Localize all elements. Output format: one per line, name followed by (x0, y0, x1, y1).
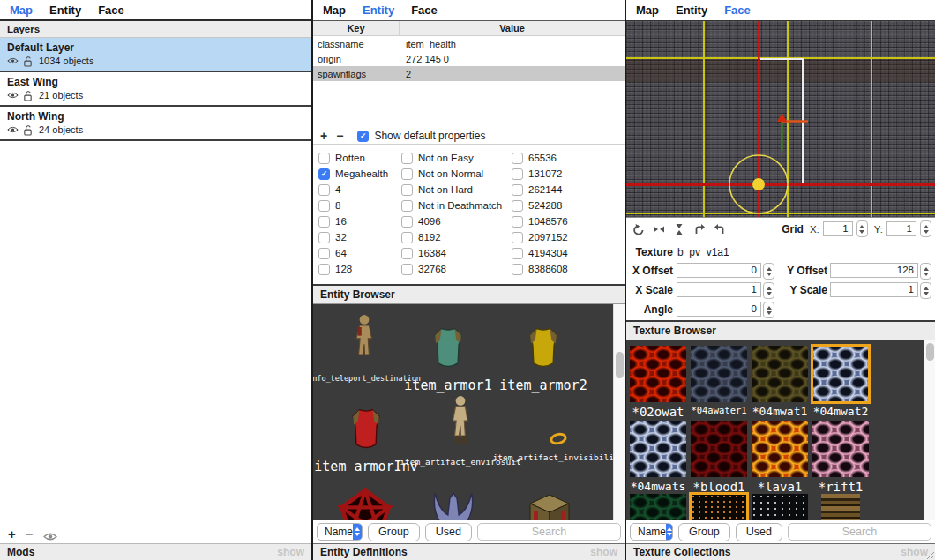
x-offset-field[interactable]: 0 (677, 263, 761, 278)
texture-item[interactable]: *04mwats (630, 421, 686, 493)
texture-item[interactable] (812, 494, 869, 520)
y-offset-stepper[interactable] (920, 263, 931, 280)
unlock-icon[interactable] (23, 125, 34, 135)
flag-checkbox-262144[interactable] (512, 184, 523, 196)
flag-checkbox-rotten[interactable] (318, 153, 330, 164)
flag-checkbox-not-on-hard[interactable] (401, 184, 413, 196)
flag-checkbox-16[interactable] (318, 216, 330, 228)
scrollbar-thumb[interactable] (926, 343, 934, 361)
property-row-classname[interactable]: classname item_health (313, 36, 625, 51)
texture-thumbnail[interactable] (812, 421, 869, 477)
layer-row-north-wing[interactable]: North Wing 24 objects (0, 107, 311, 141)
flag-checkbox-64[interactable] (318, 248, 330, 259)
flag-checkbox-16384[interactable] (401, 248, 413, 259)
flag-checkbox-not-on-normal[interactable] (401, 168, 413, 180)
texture-thumbnail[interactable] (630, 421, 686, 477)
sort-dropdown[interactable]: Name (317, 523, 363, 541)
texture-thumbnail[interactable] (752, 494, 808, 520)
face-uv-viewport[interactable] (626, 21, 935, 217)
texture-thumbnail[interactable] (691, 421, 747, 477)
flag-checkbox-65536[interactable] (512, 153, 523, 164)
grid-x-stepper[interactable] (856, 220, 868, 237)
entity-item-item-armor2[interactable]: item_armor2 (500, 325, 587, 393)
texture-item[interactable] (691, 494, 747, 520)
texture-browser[interactable]: *02owat *04awater1 *04mwat1 *04mwat2 *04… (626, 340, 935, 520)
grid-y-field[interactable]: 1 (886, 221, 916, 236)
tab-face[interactable]: Face (724, 4, 751, 17)
entity-item-ammo-box[interactable] (523, 493, 576, 520)
texture-thumbnail[interactable] (630, 346, 686, 402)
used-button[interactable]: Used (425, 523, 472, 541)
group-button[interactable]: Group (368, 523, 420, 541)
flip-horizontal-icon[interactable] (653, 223, 665, 235)
angle-stepper[interactable] (763, 302, 774, 318)
flag-checkbox-1048576[interactable] (512, 216, 523, 228)
flag-checkbox-2097152[interactable] (512, 232, 523, 243)
unlock-icon[interactable] (23, 56, 34, 66)
rotate-ccw-icon[interactable] (693, 223, 706, 235)
entity-item-item-artifact-invisibility[interactable]: item_artifact_invisibility (509, 431, 608, 462)
texture-item[interactable] (752, 494, 808, 520)
texture-item[interactable]: *02owat (630, 346, 686, 419)
tab-entity[interactable]: Entity (363, 4, 394, 17)
toggle-visibility-button[interactable] (43, 529, 57, 539)
reset-texture-icon[interactable] (632, 223, 645, 235)
tab-face[interactable]: Face (411, 4, 438, 17)
texture-item-selected[interactable]: *04mwat2 (812, 346, 869, 418)
sort-dropdown[interactable]: Name (630, 523, 673, 541)
y-scale-field[interactable]: 1 (830, 282, 918, 297)
flag-checkbox-not-in-deathmatch[interactable] (401, 200, 413, 212)
add-property-button[interactable]: + (320, 129, 327, 143)
unlock-icon[interactable] (23, 91, 34, 101)
remove-layer-button[interactable]: − (26, 526, 34, 541)
flag-checkbox-128[interactable] (318, 264, 330, 275)
x-scale-field[interactable]: 1 (677, 282, 761, 297)
tab-map[interactable]: Map (636, 4, 659, 17)
flag-checkbox-8192[interactable] (401, 232, 413, 243)
texture-thumbnail[interactable] (691, 346, 747, 402)
flip-vertical-icon[interactable] (673, 223, 685, 235)
entity-browser-scrollbar[interactable] (613, 304, 625, 520)
texture-item[interactable] (630, 494, 686, 520)
entity-search-input[interactable] (477, 523, 621, 541)
group-button[interactable]: Group (678, 523, 730, 541)
entity-item-item-armor1[interactable]: item_armor1 (405, 325, 491, 393)
window-resize-grip[interactable] (925, 550, 934, 559)
layer-row-east-wing[interactable]: East Wing 21 objects (0, 72, 311, 107)
texture-item[interactable]: *04mwat1 (752, 346, 808, 418)
texture-thumbnail[interactable] (821, 494, 860, 520)
tab-entity[interactable]: Entity (676, 4, 707, 17)
entity-item-pentagram[interactable] (338, 488, 393, 520)
tab-map[interactable]: Map (10, 4, 33, 17)
angle-field[interactable]: 0 (677, 302, 761, 317)
texture-thumbnail[interactable] (630, 494, 686, 520)
add-layer-button[interactable]: + (8, 526, 16, 541)
texture-thumbnail[interactable] (752, 346, 808, 402)
tab-entity[interactable]: Entity (49, 4, 81, 17)
flag-checkbox-32768[interactable] (401, 264, 413, 275)
flag-checkbox-32[interactable] (318, 232, 330, 243)
texture-browser-scrollbar[interactable] (924, 340, 935, 520)
tab-map[interactable]: Map (323, 4, 346, 17)
rotate-cw-icon[interactable] (714, 223, 726, 235)
show-default-properties-checkbox[interactable]: ✓ (357, 131, 369, 142)
grid-x-field[interactable]: 1 (823, 221, 853, 236)
entity-browser[interactable]: info_teleport_destination item_armor1 it… (313, 304, 625, 520)
scrollbar-thumb[interactable] (616, 352, 624, 378)
texture-search-input[interactable] (788, 523, 931, 541)
visibility-eye-icon[interactable] (7, 125, 19, 135)
texture-item[interactable]: *lava1 (752, 421, 808, 494)
texture-item[interactable]: *04awater1 (691, 346, 747, 415)
flag-checkbox-4194304[interactable] (512, 248, 523, 259)
texture-thumbnail[interactable] (752, 421, 808, 477)
flag-checkbox-131072[interactable] (512, 168, 523, 180)
y-offset-field[interactable]: 128 (830, 263, 918, 278)
flag-checkbox-4096[interactable] (401, 216, 413, 228)
flag-checkbox-8388608[interactable] (512, 264, 523, 275)
entity-item-quake-symbol[interactable] (430, 489, 477, 520)
mods-show-link[interactable]: show (277, 546, 304, 558)
property-row-origin[interactable]: origin 272 145 0 (313, 51, 625, 66)
flag-checkbox-4[interactable] (318, 184, 330, 196)
texture-thumbnail[interactable] (691, 494, 747, 520)
entity-item-info-teleport-destination[interactable]: info_teleport_destination (324, 313, 405, 383)
